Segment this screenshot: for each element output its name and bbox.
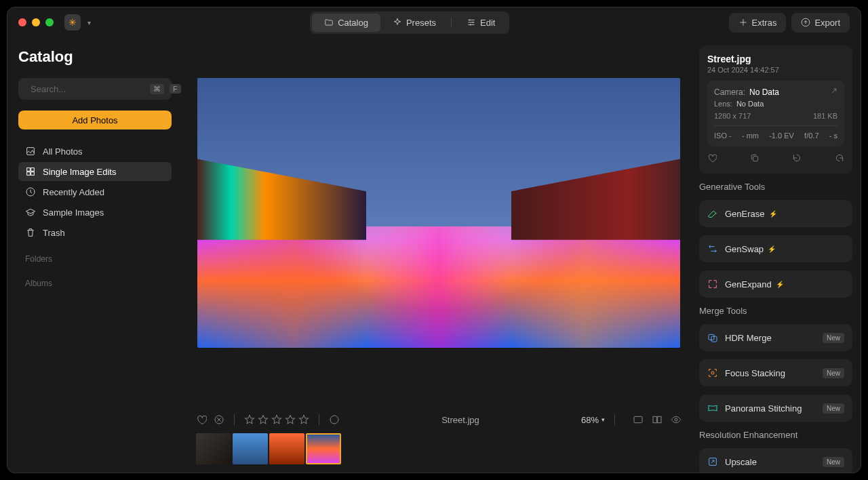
thumbnail-selected[interactable]	[306, 433, 341, 464]
close-button[interactable]	[18, 18, 26, 26]
upload-icon	[801, 18, 810, 27]
ev-value: -1.0 EV	[769, 132, 794, 140]
meta-date: 24 Oct 2024 14:42:57	[707, 66, 844, 74]
lens-row: Lens: No Data	[714, 100, 837, 108]
single-view-icon[interactable]	[633, 414, 644, 425]
viewer-area: Street.jpg 68% ▾	[182, 37, 695, 473]
tool-label: Focus Stacking	[725, 368, 785, 378]
app-menu-chevron-icon[interactable]: ▾	[87, 19, 91, 26]
camera-label: Camera:	[714, 87, 745, 97]
svg-rect-12	[658, 416, 661, 422]
tab-edit[interactable]: Edit	[454, 14, 507, 32]
camera-row: Camera: No Data	[714, 87, 837, 97]
star-icon[interactable]	[285, 414, 296, 425]
generase-button[interactable]: GenErase⚡	[699, 200, 852, 227]
rotate-right-icon[interactable]	[835, 153, 844, 165]
app-icon[interactable]: ✳	[64, 14, 81, 31]
reject-icon[interactable]	[214, 414, 224, 425]
iso-value: ISO -	[714, 132, 732, 140]
svg-point-17	[711, 372, 714, 374]
view-toggles	[633, 414, 682, 425]
star-icon[interactable]	[298, 414, 309, 425]
academic-icon	[25, 207, 36, 218]
photos-icon	[25, 146, 36, 157]
tool-label: Upscale	[725, 457, 757, 467]
shortcut-cmd: ⌘	[150, 84, 164, 94]
nav-label: Sample Images	[43, 207, 104, 218]
albums-section[interactable]: Albums	[18, 273, 172, 291]
genswap-button[interactable]: GenSwap⚡	[699, 235, 852, 262]
panorama-button[interactable]: Panorama Stitching New	[699, 395, 852, 422]
image-content	[197, 159, 366, 239]
tool-label: GenExpand	[725, 279, 772, 289]
image-canvas[interactable]	[197, 78, 680, 348]
tool-label: GenErase	[725, 209, 765, 219]
shortcut-f: F	[170, 84, 181, 94]
right-panel: Street.jpg 24 Oct 2024 14:42:57 Camera: …	[695, 37, 861, 473]
page-title: Catalog	[18, 48, 172, 66]
add-photos-button[interactable]: Add Photos	[18, 111, 172, 129]
generative-section-label: Generative Tools	[699, 182, 852, 192]
tab-catalog-label: Catalog	[338, 18, 368, 28]
star-icon[interactable]	[244, 414, 255, 425]
nav-single-edits[interactable]: Single Image Edits	[18, 162, 172, 181]
expand-icon	[707, 279, 718, 289]
upscale-button[interactable]: Upscale New	[699, 448, 852, 473]
sidebar: Catalog ⌘ F Add Photos All Photos Single…	[7, 37, 182, 473]
swap-icon	[707, 243, 718, 254]
merge-section-label: Merge Tools	[699, 306, 852, 316]
color-label-icon[interactable]	[329, 414, 340, 425]
rotate-left-icon[interactable]	[792, 153, 802, 165]
heart-icon[interactable]	[707, 153, 717, 165]
plus-sparkle-icon	[738, 18, 748, 27]
new-badge: New	[823, 368, 844, 378]
folders-section[interactable]: Folders	[18, 249, 172, 266]
svg-rect-4	[31, 168, 35, 172]
extras-button[interactable]: Extras	[729, 13, 787, 33]
nav-sample-images[interactable]: Sample Images	[18, 203, 172, 222]
filesize-value: 181 KB	[813, 112, 837, 120]
minimize-button[interactable]	[32, 18, 40, 26]
dimensions-row: 1280 x 717 181 KB	[714, 112, 837, 120]
search-input[interactable]	[31, 84, 144, 94]
star-icon[interactable]	[258, 414, 269, 425]
thumbnail[interactable]	[269, 433, 304, 464]
search-box[interactable]: ⌘ F	[18, 78, 172, 100]
maximize-button[interactable]	[45, 18, 54, 26]
export-button[interactable]: Export	[791, 13, 850, 33]
meta-filename: Street.jpg	[707, 54, 844, 64]
filmstrip-bar: Street.jpg 68% ▾	[182, 402, 695, 473]
top-right-actions: Extras Export	[729, 13, 850, 33]
nav-label: All Photos	[43, 146, 83, 157]
star-icon[interactable]	[271, 414, 282, 425]
thumbnail[interactable]	[233, 433, 268, 464]
resolution-section-label: Resolution Enhancement	[699, 430, 852, 440]
svg-point-9	[330, 416, 338, 424]
preview-icon[interactable]	[671, 414, 682, 425]
nav-recently-added[interactable]: Recently Added	[18, 182, 172, 201]
svg-rect-5	[27, 172, 31, 176]
svg-rect-6	[31, 172, 35, 176]
thumbnail[interactable]	[196, 433, 231, 464]
genexpand-button[interactable]: GenExpand⚡	[699, 271, 852, 298]
focus-stacking-button[interactable]: Focus Stacking New	[699, 359, 852, 386]
tab-presets[interactable]: Presets	[380, 14, 448, 32]
expand-icon[interactable]	[829, 86, 839, 98]
copy-icon[interactable]	[750, 153, 760, 165]
meta-actions	[707, 153, 844, 165]
zoom-dropdown[interactable]: 68% ▾	[581, 415, 605, 425]
nav-list: All Photos Single Image Edits Recently A…	[18, 142, 172, 242]
new-badge: New	[823, 333, 844, 343]
nav-label: Trash	[43, 228, 65, 238]
nav-trash[interactable]: Trash	[18, 223, 172, 242]
favorite-icon[interactable]	[196, 414, 207, 425]
star-rating[interactable]	[244, 414, 309, 425]
tab-catalog[interactable]: Catalog	[312, 14, 380, 32]
compare-view-icon[interactable]	[652, 414, 663, 425]
sliders-icon	[467, 18, 476, 27]
lens-value: No Data	[736, 100, 764, 108]
nav-all-photos[interactable]: All Photos	[18, 142, 172, 161]
clock-icon	[25, 186, 36, 197]
separator	[234, 414, 235, 425]
hdr-merge-button[interactable]: HDR Merge New	[699, 324, 852, 351]
